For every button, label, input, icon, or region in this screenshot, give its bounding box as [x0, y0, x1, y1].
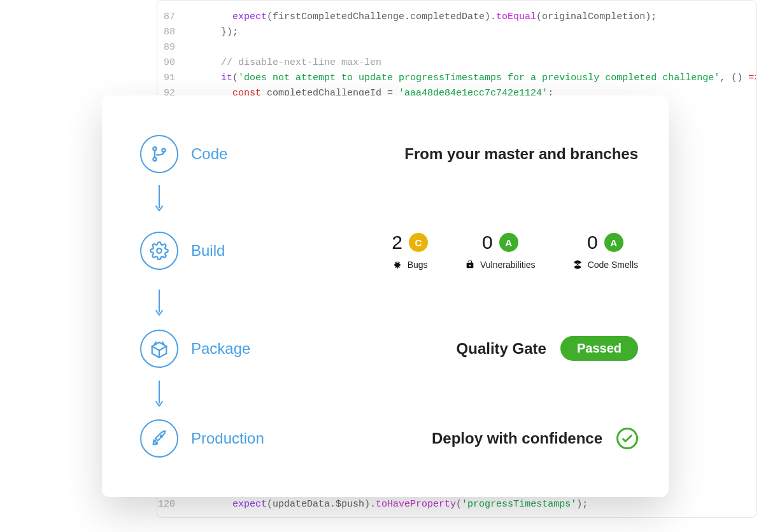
- rocket-icon: [140, 419, 178, 458]
- bug-icon: [392, 260, 402, 270]
- svg-point-5: [576, 264, 578, 266]
- gear-icon: [140, 232, 178, 270]
- arrow-down-icon: [127, 377, 191, 410]
- rating-badge: C: [409, 233, 428, 252]
- rating-badge: A: [499, 233, 518, 252]
- lock-open-icon: [465, 260, 475, 270]
- code-text: it('does not attempt to update progressT…: [187, 71, 757, 86]
- metric: 2CBugs: [392, 232, 428, 270]
- code-line: 91 it('does not attempt to update progre…: [157, 71, 756, 86]
- line-number: 87: [157, 10, 187, 25]
- svg-point-4: [157, 248, 162, 253]
- production-tagline: Deploy with confidence: [432, 430, 602, 447]
- stage-production: Production Deploy with confidence: [127, 410, 638, 466]
- quality-gate-status: Passed: [560, 336, 638, 361]
- pipeline-card: Code From your master and branches Build…: [102, 95, 669, 497]
- line-number: 91: [157, 71, 187, 86]
- code-block-top: 87 expect(firstCompletedChallenge.comple…: [157, 10, 756, 101]
- stage-title: Production: [191, 430, 306, 447]
- arrow-down-icon: [127, 182, 191, 215]
- radiation-icon: [572, 260, 583, 270]
- metric-label: Code Smells: [572, 260, 638, 270]
- quality-gate-label: Quality Gate: [457, 340, 546, 358]
- code-text: expect(firstCompletedChallenge.completed…: [187, 10, 657, 25]
- box-icon: [140, 330, 178, 368]
- metric-count: 0: [587, 232, 598, 253]
- line-number: 89: [157, 40, 187, 55]
- code-text: });: [187, 25, 238, 40]
- stage-code: Code From your master and branches: [127, 126, 638, 182]
- rating-badge: A: [604, 233, 623, 252]
- check-icon: [616, 428, 638, 449]
- code-line: 87 expect(firstCompletedChallenge.comple…: [157, 10, 756, 25]
- metric: 0ACode Smells: [572, 232, 638, 270]
- stage-package: Package Quality Gate Passed: [127, 319, 638, 377]
- code-line: 120 expect(updateData.$push).toHavePrope…: [157, 497, 756, 512]
- code-line: 88 });: [157, 25, 756, 40]
- branch-icon: [140, 135, 178, 173]
- stage-title: Build: [191, 242, 306, 260]
- code-line: 89: [157, 40, 756, 55]
- code-text: // disable-next-line max-len: [187, 55, 381, 71]
- code-tagline: From your master and branches: [404, 145, 638, 163]
- metric-label: Vulnerabilities: [465, 260, 536, 270]
- metric-count: 2: [392, 232, 402, 253]
- stage-title: Code: [191, 145, 306, 163]
- stage-title: Package: [191, 340, 306, 358]
- metric-label: Bugs: [392, 260, 428, 270]
- line-number: 120: [157, 497, 187, 512]
- arrow-down-icon: [127, 286, 191, 319]
- line-number: 90: [157, 55, 187, 71]
- build-metrics: 2CBugs0AVulnerabilities0ACode Smells: [306, 232, 638, 270]
- line-number: 88: [157, 25, 187, 40]
- metric-count: 0: [482, 232, 493, 253]
- code-text: expect(updateData.$push).toHaveProperty(…: [187, 497, 588, 512]
- stage-build: Build 2CBugs0AVulnerabilities0ACode Smel…: [127, 215, 638, 286]
- code-line: 90 // disable-next-line max-len: [157, 55, 756, 71]
- metric: 0AVulnerabilities: [465, 232, 536, 270]
